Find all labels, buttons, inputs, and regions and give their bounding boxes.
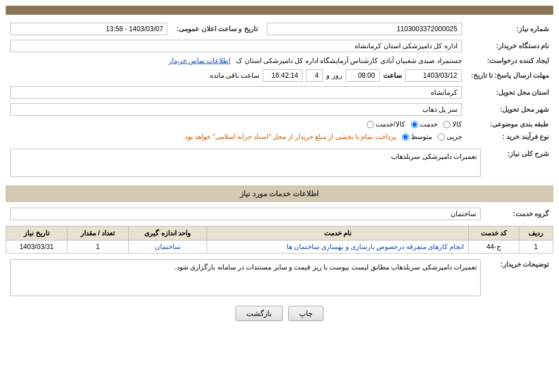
row-delivery-province: استان محل تحویل: کرمانشاه — [6, 84, 553, 101]
need-description-label: شرح کلی نیاز: — [485, 146, 553, 181]
buyer-notes-label: توضیحات خریدار: — [485, 257, 553, 300]
purchase-type-group: جزیی متوسط پرداخت تمام یا بخشی از مبلغ خ… — [10, 133, 462, 141]
row-purchase-type: نوع فرآیند خرید : جزیی متوسط پرداخت تمام… — [6, 130, 553, 143]
response-time-label: ساعت — [383, 71, 402, 79]
table-cell-row_num: 1 — [519, 241, 553, 254]
delivery-city-value: سر پل ذهاب — [10, 103, 462, 116]
need-description-table: شرح کلی نیاز: — [6, 146, 553, 181]
back-button[interactable]: بازگشت — [236, 306, 283, 321]
print-button[interactable]: چاپ — [288, 306, 323, 321]
response-remaining-label: ساعت باقی مانده — [210, 71, 260, 79]
row-service-group: گروه خدمت: ساختمان — [6, 205, 553, 222]
category-khedmat-radio[interactable] — [411, 121, 418, 128]
table-cell-service_code: ج-44 — [469, 241, 519, 254]
category-kala-item: کالا — [443, 120, 462, 128]
response-days-label: روز و — [326, 71, 342, 79]
buyer-org-label: نام دستگاه خریدار: — [466, 37, 553, 54]
category-radio-group: کالا خدمت کالا/خدمت — [10, 120, 462, 128]
services-table-body: 1ج-44انجام کارهای متفرقه درخصوص بازسازی … — [6, 241, 553, 254]
table-row: 1ج-44انجام کارهای متفرقه درخصوص بازسازی … — [6, 241, 553, 254]
response-deadline-label: مهلت ارسال پاسخ: تا تاریخ: — [466, 67, 553, 84]
purchase-jozi-radio[interactable] — [438, 133, 445, 141]
need-number-label: شماره نیاز: — [466, 20, 553, 37]
category-label: طبقه بندی موضوعی: — [466, 118, 553, 130]
category-khedmat-item: خدمت — [411, 120, 438, 128]
row-delivery-city: شهر محل تحویل: سر پل ذهاب — [6, 101, 553, 118]
service-group-table: گروه خدمت: ساختمان — [6, 205, 553, 222]
delivery-city-label: شهر محل تحویل: — [466, 101, 553, 118]
col-unit: واحد اندازه گیری — [128, 226, 207, 241]
buyer-notes-table: توضیحات خریدار: — [6, 257, 553, 300]
creator-link[interactable]: اطلاعات تماس خریدار — [169, 57, 231, 65]
announce-datetime-label: تاریخ و ساعت اعلان عمومی: — [172, 20, 262, 37]
buyer-notes-textarea[interactable] — [10, 259, 481, 296]
need-description-textarea[interactable] — [10, 149, 481, 177]
purchase-motavaset-label: متوسط — [411, 133, 432, 141]
response-date-value: 1403/03/12 — [405, 69, 462, 82]
services-table-header-row: ردیف کد خدمت نام خدمت واحد اندازه گیری ت… — [6, 226, 553, 241]
delivery-province-label: استان محل تحویل: — [466, 84, 553, 101]
need-description-area — [10, 149, 481, 179]
row-buyer-notes: توضیحات خریدار: — [6, 257, 553, 300]
purchase-motavaset-radio[interactable] — [402, 133, 409, 141]
row-need-number: شماره نیاز: 1103003372000025 تاریخ و ساع… — [6, 20, 553, 37]
row-need-description: شرح کلی نیاز: — [6, 146, 553, 181]
services-header: اطلاعات خدمات مورد نیاز — [6, 186, 553, 202]
category-kala-khedmat-item: کالا/خدمت — [367, 120, 405, 128]
service-group-label: گروه خدمت: — [485, 205, 553, 222]
category-khedmat-label: خدمت — [420, 120, 438, 128]
row-response-deadline: مهلت ارسال پاسخ: تا تاریخ: 1403/03/12 سا… — [6, 67, 553, 84]
purchase-jozi-label: جزیی — [447, 133, 462, 141]
table-cell-unit: ساختمان — [128, 241, 207, 254]
col-row-num: ردیف — [519, 226, 553, 241]
page-container: شماره نیاز: 1103003372000025 تاریخ و ساع… — [0, 0, 559, 392]
table-cell-quantity: 1 — [67, 241, 128, 254]
action-buttons: چاپ بازگشت — [6, 306, 553, 321]
category-kala-khedmat-radio[interactable] — [367, 121, 374, 128]
services-table: ردیف کد خدمت نام خدمت واحد اندازه گیری ت… — [6, 226, 553, 254]
row-creator: ایجاد کننده درخواست: جسنمراد صیدی شعبیان… — [6, 54, 553, 67]
response-time-value: 08:00 — [346, 69, 380, 82]
purchase-jozi-item: جزیی — [438, 133, 462, 141]
service-group-value: ساختمان — [10, 208, 481, 220]
purchase-motavaset-item: متوسط — [402, 133, 432, 141]
col-need-date: تاریخ نیاز — [6, 226, 68, 241]
row-buyer-org: نام دستگاه خریدار: اداره کل دامپزشکی است… — [6, 37, 553, 54]
table-cell-service_name: انجام کارهای متفرقه درخصوص بازسازی و بهس… — [207, 241, 468, 254]
creator-label: ایجاد کننده درخواست: — [466, 54, 553, 67]
col-quantity: تعداد / مقدار — [67, 226, 128, 241]
purchase-type-label: نوع فرآیند خرید : — [466, 130, 553, 143]
need-number-value: 1103003372000025 — [267, 23, 462, 35]
services-table-head: ردیف کد خدمت نام خدمت واحد اندازه گیری ت… — [6, 226, 553, 241]
purchase-type-note: پرداخت تمام یا بخشی از مبلغ خریدار از مح… — [183, 133, 396, 141]
delivery-province-value: کرمانشاه — [10, 86, 462, 99]
col-service-name: نام خدمت — [207, 226, 468, 241]
main-header — [6, 6, 553, 15]
category-kala-radio[interactable] — [443, 121, 451, 128]
category-kala-label: کالا — [452, 120, 462, 128]
category-kala-khedmat-label: کالا/خدمت — [376, 120, 405, 128]
response-days-value: 4 — [306, 69, 323, 82]
response-remaining-value: 16:42:14 — [263, 69, 302, 82]
creator-value: جسنمراد صیدی شعبیان آبادی کارشناس آزمایش… — [236, 57, 461, 65]
buyer-org-value: اداره کل دامپزشکی استان کرمانشاه — [10, 40, 462, 52]
info-table: شماره نیاز: 1103003372000025 تاریخ و ساع… — [6, 20, 553, 143]
row-category: طبقه بندی موضوعی: کالا خدمت کالا/خدمت — [6, 118, 553, 130]
table-cell-need_date: 1403/03/31 — [6, 241, 68, 254]
announce-datetime-value: 1403/03/07 - 13:58 — [10, 23, 167, 35]
col-service-code: کد خدمت — [469, 226, 519, 241]
